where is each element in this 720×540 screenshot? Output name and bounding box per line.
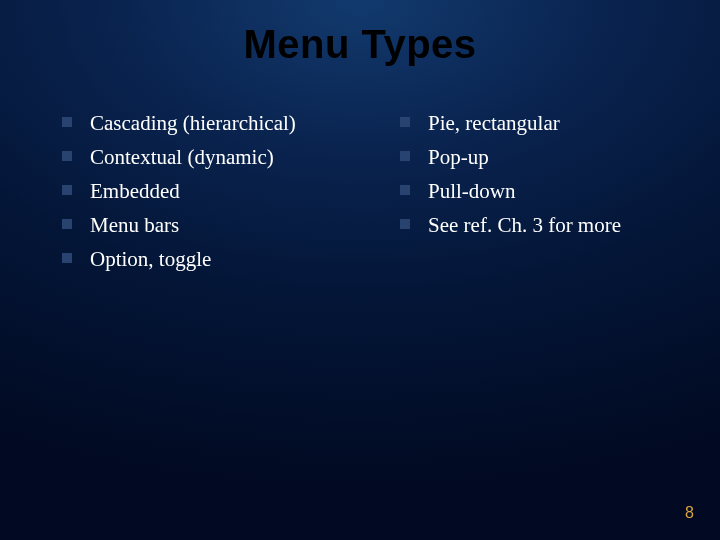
list-item-text: Option, toggle [90,245,211,273]
list-item: Contextual (dynamic) [62,143,382,171]
square-bullet-icon [400,151,410,161]
list-item: Cascading (hierarchical) [62,109,382,137]
square-bullet-icon [400,185,410,195]
square-bullet-icon [62,117,72,127]
list-item-text: Pie, rectangular [428,109,560,137]
left-column: Cascading (hierarchical) Contextual (dyn… [62,109,382,279]
square-bullet-icon [62,185,72,195]
list-item-text: Embedded [90,177,180,205]
list-item: Option, toggle [62,245,382,273]
list-item-text: Pop-up [428,143,489,171]
list-item: Embedded [62,177,382,205]
square-bullet-icon [400,219,410,229]
square-bullet-icon [62,219,72,229]
list-item-text: Cascading (hierarchical) [90,109,296,137]
list-item: Pop-up [400,143,700,171]
square-bullet-icon [62,253,72,263]
square-bullet-icon [62,151,72,161]
list-item: See ref. Ch. 3 for more [400,211,700,239]
page-number: 8 [685,504,694,522]
list-item-text: Contextual (dynamic) [90,143,274,171]
list-item: Menu bars [62,211,382,239]
content-columns: Cascading (hierarchical) Contextual (dyn… [0,109,720,279]
list-item-text: See ref. Ch. 3 for more [428,211,621,239]
list-item: Pie, rectangular [400,109,700,137]
right-column: Pie, rectangular Pop-up Pull-down See re… [400,109,700,279]
list-item: Pull-down [400,177,700,205]
list-item-text: Pull-down [428,177,516,205]
square-bullet-icon [400,117,410,127]
slide-title: Menu Types [0,0,720,67]
list-item-text: Menu bars [90,211,179,239]
